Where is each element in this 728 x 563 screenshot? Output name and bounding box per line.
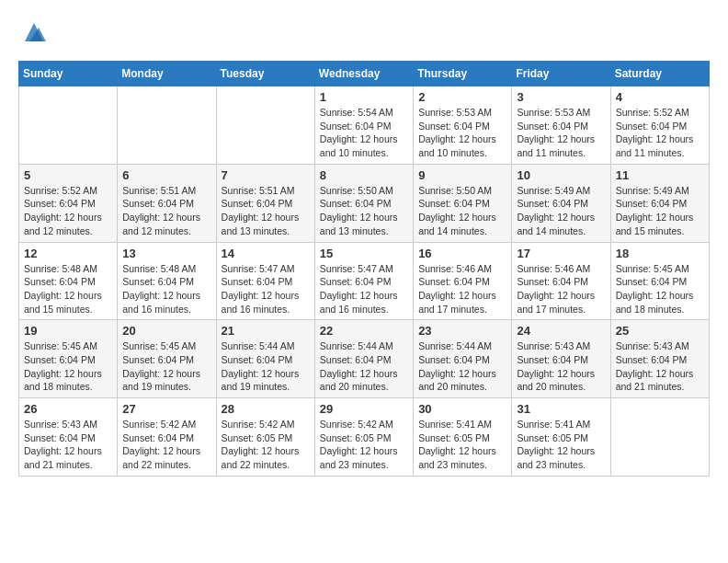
calendar-cell: 2Sunrise: 5:53 AM Sunset: 6:04 PM Daylig… (414, 86, 512, 165)
day-info: Sunrise: 5:52 AM Sunset: 6:04 PM Dayligh… (616, 106, 704, 160)
calendar-cell (19, 86, 118, 165)
day-number: 17 (517, 247, 605, 260)
day-number: 3 (517, 90, 605, 104)
calendar-cell: 31Sunrise: 5:41 AM Sunset: 6:05 PM Dayli… (512, 398, 610, 477)
day-info: Sunrise: 5:43 AM Sunset: 6:04 PM Dayligh… (24, 418, 112, 472)
day-number: 12 (24, 247, 112, 260)
day-info: Sunrise: 5:41 AM Sunset: 6:05 PM Dayligh… (517, 418, 605, 472)
day-info: Sunrise: 5:43 AM Sunset: 6:04 PM Dayligh… (616, 339, 704, 394)
day-info: Sunrise: 5:51 AM Sunset: 6:04 PM Dayligh… (222, 184, 310, 238)
day-number: 9 (418, 168, 506, 182)
day-info: Sunrise: 5:47 AM Sunset: 6:04 PM Dayligh… (222, 262, 310, 316)
day-info: Sunrise: 5:51 AM Sunset: 6:04 PM Dayligh… (122, 184, 210, 238)
day-info: Sunrise: 5:53 AM Sunset: 6:04 PM Dayligh… (418, 106, 506, 160)
day-number: 11 (616, 168, 704, 182)
day-info: Sunrise: 5:47 AM Sunset: 6:04 PM Dayligh… (320, 262, 408, 316)
day-info: Sunrise: 5:48 AM Sunset: 6:04 PM Dayligh… (24, 262, 112, 316)
calendar-cell: 13Sunrise: 5:48 AM Sunset: 6:04 PM Dayli… (118, 242, 216, 320)
day-info: Sunrise: 5:49 AM Sunset: 6:04 PM Dayligh… (517, 184, 605, 238)
day-info: Sunrise: 5:46 AM Sunset: 6:04 PM Dayligh… (418, 262, 506, 316)
day-number: 18 (616, 247, 704, 260)
calendar-cell: 22Sunrise: 5:44 AM Sunset: 6:04 PM Dayli… (314, 320, 413, 398)
day-number: 27 (122, 402, 210, 416)
calendar-cell: 3Sunrise: 5:53 AM Sunset: 6:04 PM Daylig… (512, 86, 610, 165)
calendar-cell: 28Sunrise: 5:42 AM Sunset: 6:05 PM Dayli… (216, 398, 314, 477)
calendar-cell: 7Sunrise: 5:51 AM Sunset: 6:04 PM Daylig… (216, 164, 314, 242)
day-number: 25 (616, 324, 704, 338)
calendar-cell: 12Sunrise: 5:48 AM Sunset: 6:04 PM Dayli… (19, 242, 118, 320)
day-number: 7 (222, 168, 310, 182)
calendar-cell: 1Sunrise: 5:54 AM Sunset: 6:04 PM Daylig… (314, 86, 413, 165)
day-number: 1 (320, 90, 408, 104)
calendar-cell: 8Sunrise: 5:50 AM Sunset: 6:04 PM Daylig… (314, 164, 413, 242)
day-info: Sunrise: 5:45 AM Sunset: 6:04 PM Dayligh… (616, 262, 704, 316)
day-info: Sunrise: 5:49 AM Sunset: 6:04 PM Dayligh… (616, 184, 704, 238)
page-header (18, 18, 710, 46)
weekday-header: Monday (118, 62, 216, 86)
day-info: Sunrise: 5:43 AM Sunset: 6:04 PM Dayligh… (517, 339, 605, 394)
day-info: Sunrise: 5:42 AM Sunset: 6:04 PM Dayligh… (122, 418, 210, 472)
calendar-cell: 6Sunrise: 5:51 AM Sunset: 6:04 PM Daylig… (118, 164, 216, 242)
day-number: 14 (222, 247, 310, 260)
weekday-header: Wednesday (314, 62, 413, 86)
calendar-cell: 17Sunrise: 5:46 AM Sunset: 6:04 PM Dayli… (512, 242, 610, 320)
weekday-header: Sunday (19, 62, 118, 86)
day-number: 29 (320, 402, 408, 416)
calendar-cell: 29Sunrise: 5:42 AM Sunset: 6:05 PM Dayli… (314, 398, 413, 477)
calendar-cell: 9Sunrise: 5:50 AM Sunset: 6:04 PM Daylig… (414, 164, 512, 242)
day-number: 20 (122, 324, 210, 338)
calendar-cell: 25Sunrise: 5:43 AM Sunset: 6:04 PM Dayli… (610, 320, 709, 398)
calendar-cell: 15Sunrise: 5:47 AM Sunset: 6:04 PM Dayli… (314, 242, 413, 320)
day-number: 30 (418, 402, 506, 416)
day-number: 28 (222, 402, 310, 416)
calendar-cell: 18Sunrise: 5:45 AM Sunset: 6:04 PM Dayli… (610, 242, 709, 320)
day-info: Sunrise: 5:45 AM Sunset: 6:04 PM Dayligh… (122, 339, 210, 394)
calendar-cell (610, 398, 709, 477)
day-info: Sunrise: 5:45 AM Sunset: 6:04 PM Dayligh… (24, 339, 112, 394)
day-number: 4 (616, 90, 704, 104)
calendar-cell: 24Sunrise: 5:43 AM Sunset: 6:04 PM Dayli… (512, 320, 610, 398)
calendar-cell (118, 86, 216, 165)
day-info: Sunrise: 5:42 AM Sunset: 6:05 PM Dayligh… (222, 418, 310, 472)
day-info: Sunrise: 5:41 AM Sunset: 6:05 PM Dayligh… (418, 418, 506, 472)
weekday-header: Friday (512, 62, 610, 86)
day-number: 6 (122, 168, 210, 182)
day-info: Sunrise: 5:44 AM Sunset: 6:04 PM Dayligh… (320, 339, 408, 394)
logo (18, 18, 48, 46)
day-number: 23 (418, 324, 506, 338)
day-info: Sunrise: 5:46 AM Sunset: 6:04 PM Dayligh… (517, 262, 605, 316)
calendar-cell: 26Sunrise: 5:43 AM Sunset: 6:04 PM Dayli… (19, 398, 118, 477)
day-info: Sunrise: 5:53 AM Sunset: 6:04 PM Dayligh… (517, 106, 605, 160)
day-number: 8 (320, 168, 408, 182)
calendar-cell: 4Sunrise: 5:52 AM Sunset: 6:04 PM Daylig… (610, 86, 709, 165)
calendar-table: SundayMondayTuesdayWednesdayThursdayFrid… (18, 61, 710, 477)
calendar-cell: 23Sunrise: 5:44 AM Sunset: 6:04 PM Dayli… (414, 320, 512, 398)
day-info: Sunrise: 5:44 AM Sunset: 6:04 PM Dayligh… (418, 339, 506, 394)
calendar-cell: 19Sunrise: 5:45 AM Sunset: 6:04 PM Dayli… (19, 320, 118, 398)
day-number: 5 (24, 168, 112, 182)
day-number: 21 (222, 324, 310, 338)
day-info: Sunrise: 5:50 AM Sunset: 6:04 PM Dayligh… (418, 184, 506, 238)
calendar-cell: 14Sunrise: 5:47 AM Sunset: 6:04 PM Dayli… (216, 242, 314, 320)
day-info: Sunrise: 5:52 AM Sunset: 6:04 PM Dayligh… (24, 184, 112, 238)
day-info: Sunrise: 5:42 AM Sunset: 6:05 PM Dayligh… (320, 418, 408, 472)
calendar-cell: 10Sunrise: 5:49 AM Sunset: 6:04 PM Dayli… (512, 164, 610, 242)
day-number: 15 (320, 247, 408, 260)
calendar-cell: 27Sunrise: 5:42 AM Sunset: 6:04 PM Dayli… (118, 398, 216, 477)
day-number: 31 (517, 402, 605, 416)
weekday-header: Thursday (414, 62, 512, 86)
day-number: 19 (24, 324, 112, 338)
calendar-cell (216, 86, 314, 165)
calendar-cell: 30Sunrise: 5:41 AM Sunset: 6:05 PM Dayli… (414, 398, 512, 477)
day-info: Sunrise: 5:44 AM Sunset: 6:04 PM Dayligh… (222, 339, 310, 394)
day-info: Sunrise: 5:50 AM Sunset: 6:04 PM Dayligh… (320, 184, 408, 238)
calendar-cell: 20Sunrise: 5:45 AM Sunset: 6:04 PM Dayli… (118, 320, 216, 398)
day-number: 24 (517, 324, 605, 338)
day-number: 22 (320, 324, 408, 338)
calendar-cell: 11Sunrise: 5:49 AM Sunset: 6:04 PM Dayli… (610, 164, 709, 242)
weekday-header: Tuesday (216, 62, 314, 86)
day-number: 2 (418, 90, 506, 104)
calendar-cell: 5Sunrise: 5:52 AM Sunset: 6:04 PM Daylig… (19, 164, 118, 242)
weekday-header: Saturday (610, 62, 709, 86)
day-number: 13 (122, 247, 210, 260)
